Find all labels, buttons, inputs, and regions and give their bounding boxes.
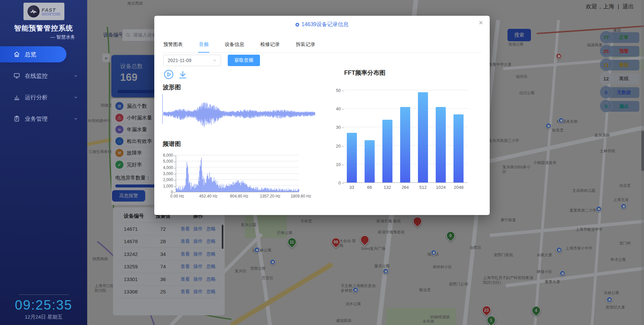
clipboard-icon [13, 115, 20, 122]
tab-repair-records[interactable]: 检修记录 [260, 39, 280, 52]
y-tick-label: 5,000 [154, 159, 173, 164]
modal-tabs: 预警图表 音频 设备信息 检修记录 拆装记录 [163, 39, 481, 53]
chevron-down-icon [213, 58, 217, 62]
y-tick-label: 40 [322, 106, 341, 111]
tab-device-info[interactable]: 设备信息 [224, 39, 245, 52]
sidebar-menu: 总览 在线监控 运行分析 业务管理 [0, 46, 87, 132]
fft-bar-slot: 2048 [450, 90, 468, 182]
sidebar: FAST GROUPE CLAIRE 智能预警管控系统 — 智慧水务 总览 在线… [0, 0, 87, 325]
brand-logo: FAST GROUPE CLAIRE [23, 3, 64, 20]
sidebar-item-label: 总览 [25, 51, 36, 58]
spectrum-x-axis: 0.00 Hz452.40 Hz904.80 Hz1357.20 Hz1809.… [176, 194, 299, 199]
logo-wave-icon [28, 5, 40, 17]
content-area: 南京西路豫园福源商厦淮海公寓方浜中路淮海中华大厦福兴坊佳日公寓M2香港名都如意里… [87, 0, 644, 325]
fft-category-label: 264 [396, 185, 414, 190]
y-tick-label: 0 [322, 180, 341, 185]
fft-category-label: 33 [343, 185, 361, 190]
x-tick-label: 904.80 Hz [230, 194, 249, 199]
home-icon [13, 51, 20, 58]
y-tick-label: 10 [322, 162, 341, 167]
sidebar-clock: 09:25:35 12月24日 星期五 [0, 294, 87, 325]
fft-y-axis: 01020304050 [322, 90, 341, 183]
fft-category-label: 132 [378, 185, 396, 190]
modal-title-row: 14639设备记录信息 [154, 21, 490, 28]
clock-date: 12月24日 星期五 [0, 314, 87, 320]
play-circle-icon[interactable] [164, 69, 174, 79]
divider [18, 294, 69, 295]
y-tick-label: 20 [322, 143, 341, 148]
sidebar-item-label: 运行分析 [25, 94, 48, 101]
logo-brand-text: FAST [42, 7, 60, 12]
tab-warning-chart[interactable]: 预警图表 [163, 39, 183, 52]
spectrum-bars [176, 155, 299, 192]
fft-bar [347, 133, 357, 183]
fft-bar-slot: 66 [361, 90, 378, 182]
chevron-down-icon [74, 117, 78, 121]
logo-sub-text: GROUPE CLAIRE [42, 13, 60, 16]
fft-bar [365, 140, 375, 183]
app-root: 南京西路豫园福源商厦淮海公寓方浜中路淮海中华大厦福兴坊佳日公寓M2香港名都如意里… [0, 0, 644, 325]
spectrum-title: 频谱图 [163, 140, 181, 148]
fft-category-label: 1024 [432, 185, 450, 190]
y-tick-label: 50 [322, 88, 341, 93]
sidebar-item-operation-analysis[interactable]: 运行分析 [0, 89, 87, 105]
fft-bar [436, 107, 446, 183]
fft-bar-slot: 264 [396, 90, 414, 182]
clock-time: 09:25:35 [0, 297, 87, 313]
fft-category-label: 2048 [450, 185, 468, 190]
y-tick-label: 3,000 [154, 171, 173, 176]
app-subtitle: — 智慧水务 [50, 34, 75, 40]
fft-category-label: 66 [361, 185, 378, 190]
monitor-icon [13, 72, 20, 79]
fft-title: FFT频率分布图 [344, 69, 385, 77]
sidebar-item-overview[interactable]: 总览 [0, 46, 66, 62]
fft-bar [382, 120, 392, 182]
fft-bar-slot: 512 [414, 90, 432, 182]
x-tick-label: 0.00 Hz [170, 194, 184, 199]
fft-bar-slot: 1024 [432, 90, 450, 182]
y-tick-label: 2,000 [154, 177, 173, 182]
sidebar-item-label: 在线监控 [25, 72, 48, 80]
fft-bar [453, 114, 464, 183]
y-tick-label: 30 [322, 125, 341, 130]
date-select-value: 2021-11-09 [168, 58, 213, 63]
y-tick-label: 4,000 [154, 165, 173, 170]
date-select[interactable]: 2021-11-09 [163, 55, 221, 66]
sidebar-item-business-management[interactable]: 业务管理 [0, 111, 87, 127]
download-icon[interactable] [178, 70, 187, 79]
fft-bar [418, 92, 428, 183]
device-record-modal: 14639设备记录信息 × 预警图表 音频 设备信息 检修记录 拆装记录 202… [154, 16, 490, 215]
app-title: 智能预警管控系统 [0, 23, 87, 33]
fft-bar-slot: 33 [343, 90, 361, 182]
y-tick-label: 6,000 [154, 153, 173, 158]
fft-bar-slot: 132 [378, 90, 396, 182]
fetch-audio-button[interactable]: 获取音频 [228, 55, 260, 66]
y-tick-label: 1,000 [154, 184, 173, 188]
modal-title: 14639设备记录信息 [302, 21, 349, 28]
fft-category-label: 512 [414, 185, 432, 190]
ring-icon [296, 23, 299, 26]
waveform-title: 波形图 [163, 83, 181, 91]
spectrum-chart [176, 155, 299, 192]
chevron-down-icon [74, 95, 78, 99]
x-tick-label: 452.40 Hz [199, 194, 218, 199]
chevron-down-icon [74, 74, 78, 78]
bar-chart-icon [13, 94, 20, 101]
spectrum-y-axis: 01,0002,0003,0004,0005,0006,000 [154, 155, 173, 192]
fft-chart: 33 66 132 [343, 90, 468, 183]
x-tick-label: 1357.20 Hz [260, 194, 280, 199]
sidebar-item-online-monitoring[interactable]: 在线监控 [0, 68, 87, 84]
close-icon[interactable]: × [479, 19, 483, 26]
fft-bar [400, 107, 410, 183]
tab-disassembly-records[interactable]: 拆装记录 [295, 39, 316, 52]
fft-bars: 33 66 132 [343, 90, 468, 182]
waveform-chart [162, 93, 315, 135]
tab-audio[interactable]: 音频 [198, 39, 209, 53]
sidebar-item-label: 业务管理 [25, 115, 48, 123]
x-tick-label: 1809.60 Hz [290, 194, 311, 199]
